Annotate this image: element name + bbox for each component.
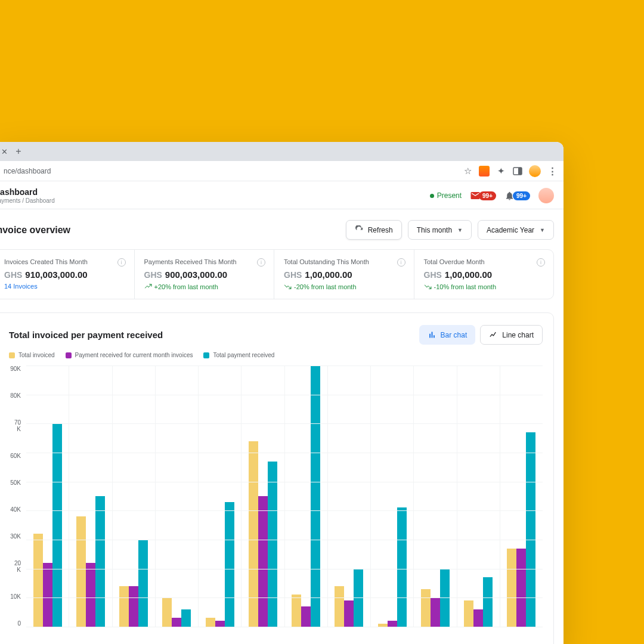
presence-indicator: Present [430, 191, 462, 200]
chart-card: Total invoiced per payment received Bar … [0, 312, 554, 644]
card-title: Total Overdue Month [424, 258, 544, 265]
line-chart-icon [489, 330, 498, 339]
bar [129, 586, 138, 627]
legend-item: Total payment received [203, 352, 274, 358]
bar [268, 462, 277, 627]
bars-container [26, 366, 543, 627]
x-tick-label: Oct [413, 640, 456, 644]
y-tick-label: 0 [9, 620, 21, 627]
bar [421, 589, 431, 627]
currency-label: GHS [144, 270, 162, 280]
bar-group [199, 366, 242, 627]
y-tick-label: 50K [9, 479, 21, 486]
y-tick-label: 70 K [9, 419, 21, 432]
info-icon[interactable]: i [257, 258, 265, 267]
bar [86, 563, 95, 627]
legend-swatch-icon [203, 352, 209, 358]
x-tick-label: Dec [500, 640, 543, 644]
y-tick-label: 30K [9, 533, 21, 540]
bar [397, 507, 407, 627]
bar-group [328, 366, 371, 627]
bar [138, 540, 148, 627]
bar [52, 423, 62, 627]
bar [311, 366, 320, 627]
new-tab-icon[interactable]: + [13, 146, 24, 157]
info-icon[interactable]: i [397, 258, 405, 267]
x-tick-label: Jan [26, 640, 69, 644]
bar [162, 597, 172, 627]
filter-month-dropdown[interactable]: This month ▼ [408, 220, 472, 240]
browser-menu-icon[interactable]: ⋮ [547, 166, 558, 177]
notifications-badge: 99+ [513, 191, 530, 200]
bar [258, 496, 268, 627]
bar [172, 618, 181, 627]
metamask-icon[interactable] [479, 166, 490, 177]
x-tick-label: Apr [155, 640, 198, 644]
y-tick-label: 60K [9, 453, 21, 459]
trend-down-icon [424, 283, 432, 290]
y-tick-label: 40K [9, 506, 21, 513]
filter-year-label: Academic Year [487, 226, 534, 234]
user-avatar[interactable] [538, 188, 554, 203]
chart-title: Total invoiced per payment received [9, 330, 163, 340]
legend-swatch-icon [9, 352, 15, 358]
side-panel-icon[interactable] [512, 166, 523, 177]
trend-down-icon [284, 283, 292, 290]
bar [464, 600, 473, 627]
bar [344, 600, 354, 627]
card-subtext: +20% from last month [144, 283, 265, 290]
y-tick-label: 90K [9, 366, 21, 372]
bar [431, 597, 440, 627]
refresh-button[interactable]: Refresh [346, 220, 402, 240]
y-tick-label: 20 K [9, 560, 21, 573]
bar [388, 621, 397, 627]
amount-value: 910,003,000.00 [25, 270, 87, 280]
metric-card: Invoices Created This MonthiGHS910,003,0… [0, 250, 135, 299]
bar-toggle-label: Bar chat [441, 331, 467, 339]
bar [483, 577, 493, 627]
currency-label: GHS [424, 270, 442, 280]
legend-item: Payment received for current month invoi… [66, 352, 193, 358]
legend-swatch-icon [66, 352, 72, 358]
bar [95, 496, 105, 627]
bar [181, 609, 191, 627]
line-toggle-label: Line chart [502, 331, 534, 339]
bar [33, 534, 43, 627]
extensions-icon[interactable]: ✦ [496, 166, 506, 177]
legend-item: Total invoiced [9, 352, 55, 358]
x-tick-label: Mar [112, 640, 155, 644]
chart-plot-area: 90K80K70 K60K50K40K30K20 K10K0 [9, 366, 543, 640]
tab-close-icon[interactable]: ✕ [0, 146, 10, 157]
url-bar: nce/dashboard ☆ ✦ ⋮ [0, 161, 564, 181]
metric-card: Payments Received This MonthiGHS900,003,… [135, 250, 275, 299]
chevron-down-icon: ▼ [457, 227, 463, 233]
x-tick-label: Feb [69, 640, 112, 644]
bar-chart-toggle[interactable]: Bar chat [419, 325, 476, 345]
browser-window: ✕ + nce/dashboard ☆ ✦ ⋮ Dashboard Paymen… [0, 142, 564, 644]
presence-label: Present [437, 191, 462, 200]
line-chart-toggle[interactable]: Line chart [480, 325, 543, 345]
y-axis: 90K80K70 K60K50K40K30K20 K10K0 [9, 366, 26, 627]
profile-avatar-icon[interactable] [529, 165, 541, 177]
chart-legend: Total invoiced Payment received for curr… [9, 352, 543, 358]
info-icon[interactable]: i [117, 258, 126, 267]
mail-button[interactable]: 99+ [470, 190, 496, 201]
bar-group [156, 366, 199, 627]
x-axis: JanFebMarAprMayJunJulAugSepOctNovDec [26, 640, 543, 644]
overview-title: Invoice overview [0, 225, 70, 236]
card-title: Invoices Created This Month [4, 258, 125, 265]
bar [215, 621, 225, 627]
url-input[interactable]: nce/dashboard [0, 167, 462, 175]
bar-group [113, 366, 156, 627]
browser-tab-bar: ✕ + [0, 142, 564, 161]
info-icon[interactable]: i [537, 258, 545, 267]
notifications-button[interactable]: 99+ [504, 191, 530, 201]
currency-label: GHS [4, 270, 22, 280]
bar [507, 549, 516, 627]
metric-card: Total Outstanding This MonthiGHS1,00,000… [274, 250, 414, 299]
x-tick-label: Nov [457, 640, 500, 644]
star-icon[interactable]: ☆ [462, 166, 473, 177]
y-tick-label: 80K [9, 392, 21, 399]
bar-group [457, 366, 500, 627]
filter-year-dropdown[interactable]: Academic Year ▼ [478, 220, 554, 240]
